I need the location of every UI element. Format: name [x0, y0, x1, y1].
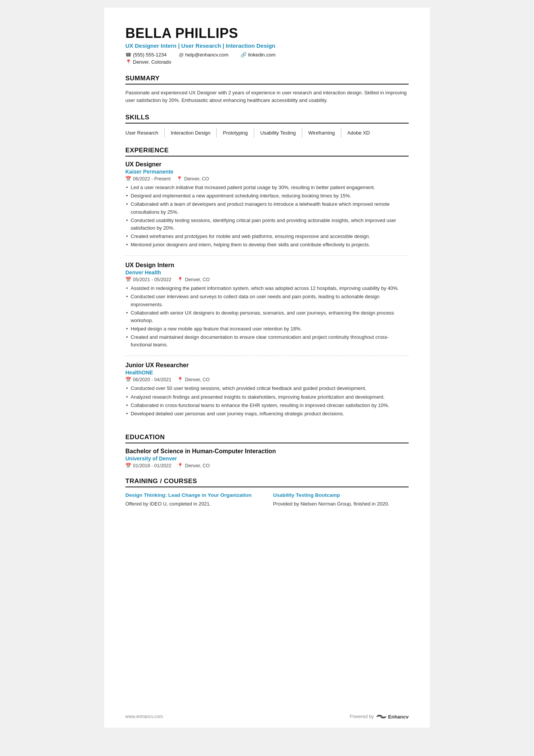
- bullet-item: Created and maintained design documentat…: [125, 333, 409, 349]
- bullet-item: Developed detailed user personas and use…: [125, 410, 409, 418]
- location-icon-3: 📍: [177, 377, 183, 382]
- calendar-icon-edu: 📅: [125, 463, 131, 468]
- phone-value: (555) 555-1234: [133, 52, 167, 58]
- header: BELLA PHILLIPS UX Designer Intern | User…: [125, 26, 409, 66]
- email-value: help@enhancv.com: [185, 52, 228, 58]
- bullet-item: Created wireframes and prototypes for mo…: [125, 233, 409, 240]
- bullet-item: Collaborated in cross-functional teams t…: [125, 402, 409, 409]
- enhancv-icon: [376, 713, 387, 720]
- edu-date-1: 📅 01/2018 - 01/2022: [125, 463, 171, 468]
- bullet-item: Collaborated with senior UX designers to…: [125, 309, 409, 324]
- skill-usability-testing: Usability Testing: [260, 128, 302, 138]
- job-bullets-2: Assisted in redesigning the patient info…: [125, 285, 409, 349]
- bullet-item: Conducted over 50 user testing sessions,…: [125, 385, 409, 392]
- job-block-healthone: Junior UX Researcher HealthONE 📅 06/2020…: [125, 362, 409, 424]
- enhancv-brand-name: Enhancv: [388, 714, 409, 720]
- training-desc-1: Offered by IDEO U, completed in 2021.: [125, 500, 261, 508]
- edu-location-1: 📍 Denver, CO: [177, 463, 209, 468]
- location-value: Denver, Colorado: [133, 59, 171, 65]
- email-icon: @: [179, 52, 184, 58]
- bullet-item: Collaborated with a team of developers a…: [125, 200, 409, 216]
- job-bullets-1: Led a user research initiative that incr…: [125, 184, 409, 249]
- experience-section-title: EXPERIENCE: [125, 147, 409, 157]
- skills-section: SKILLS User Research Interaction Design …: [125, 114, 409, 138]
- skill-prototyping: Prototyping: [223, 128, 254, 138]
- job-location-1: 📍 Denver, CO: [176, 176, 209, 182]
- job-location-3: 📍 Denver, CO: [177, 377, 209, 382]
- bullet-item: Analyzed research findings and presented…: [125, 393, 409, 401]
- job-date-2: 📅 05/2021 - 05/2022: [125, 277, 171, 282]
- contact-row-1: ☎ (555) 555-1234 @ help@enhancv.com 🔗 li…: [125, 52, 409, 58]
- email-contact: @ help@enhancv.com: [179, 52, 228, 58]
- summary-section: SUMMARY Passionate and experienced UX De…: [125, 75, 409, 105]
- bullet-item: Conducted usability testing sessions, id…: [125, 217, 409, 232]
- training-section: TRAINING / COURSES Design Thinking: Lead…: [125, 477, 409, 507]
- link-icon: 🔗: [240, 52, 247, 58]
- job-company-1: Kaiser Permanente: [125, 169, 409, 175]
- skills-section-title: SKILLS: [125, 114, 409, 124]
- job-title-3: Junior UX Researcher: [125, 362, 409, 369]
- skill-interaction-design: Interaction Design: [171, 128, 217, 138]
- job-date-1: 📅 06/2022 - Present: [125, 176, 170, 182]
- summary-section-title: SUMMARY: [125, 75, 409, 85]
- linkedin-value: linkedin.com: [248, 52, 275, 58]
- footer-brand: Powered by Enhancv: [350, 713, 409, 720]
- job-meta-2: 📅 05/2021 - 05/2022 📍 Denver, CO: [125, 277, 409, 282]
- location-icon: 📍: [125, 59, 131, 65]
- edu-block-1: Bachelor of Science in Human-Computer In…: [125, 448, 409, 468]
- calendar-icon-3: 📅: [125, 377, 131, 382]
- phone-icon: ☎: [125, 52, 131, 58]
- summary-text: Passionate and experienced UX Designer w…: [125, 89, 409, 105]
- job-title-2: UX Design Intern: [125, 262, 409, 269]
- footer-website: www.enhancv.com: [125, 714, 163, 719]
- skill-wireframing: Wireframing: [308, 128, 341, 138]
- training-title-2: Usability Testing Bootcamp: [273, 492, 409, 499]
- footer: www.enhancv.com Powered by Enhancv: [125, 713, 409, 720]
- training-grid: Design Thinking: Lead Change in Your Org…: [125, 492, 409, 507]
- education-section-title: EDUCATION: [125, 434, 409, 443]
- location-icon-1: 📍: [176, 176, 183, 182]
- powered-by-text: Powered by: [350, 714, 373, 719]
- contact-row-2: 📍 Denver, Colorado: [125, 59, 409, 66]
- bullet-item: Helped design a new mobile app feature t…: [125, 325, 409, 333]
- training-title-1: Design Thinking: Lead Change in Your Org…: [125, 492, 261, 499]
- calendar-icon-2: 📅: [125, 277, 131, 282]
- phone-contact: ☎ (555) 555-1234: [125, 52, 167, 58]
- education-section: EDUCATION Bachelor of Science in Human-C…: [125, 434, 409, 468]
- job-title-1: UX Designer: [125, 161, 409, 168]
- job-block-kaiser: UX Designer Kaiser Permanente 📅 06/2022 …: [125, 161, 409, 256]
- training-item-1: Design Thinking: Lead Change in Your Org…: [125, 492, 261, 507]
- skill-adobe-xd: Adobe XD: [347, 128, 376, 138]
- candidate-name: BELLA PHILLIPS: [125, 26, 409, 41]
- edu-school-1: University of Denver: [125, 455, 409, 462]
- experience-section: EXPERIENCE UX Designer Kaiser Permanente…: [125, 147, 409, 424]
- resume-container: BELLA PHILLIPS UX Designer Intern | User…: [104, 8, 430, 728]
- job-company-3: HealthONE: [125, 369, 409, 376]
- location-contact: 📍 Denver, Colorado: [125, 59, 171, 65]
- training-section-title: TRAINING / COURSES: [125, 477, 409, 487]
- training-desc-2: Provided by Nielsen Norman Group, finish…: [273, 500, 409, 508]
- location-icon-edu: 📍: [177, 463, 183, 468]
- calendar-icon-1: 📅: [125, 176, 131, 182]
- job-block-denver-health: UX Design Intern Denver Health 📅 05/2021…: [125, 262, 409, 356]
- bullet-item: Designed and implemented a new appointme…: [125, 192, 409, 200]
- job-meta-1: 📅 06/2022 - Present 📍 Denver, CO: [125, 176, 409, 182]
- enhancv-logo: Enhancv: [376, 713, 409, 720]
- bullet-item: Conducted user interviews and surveys to…: [125, 293, 409, 308]
- edu-degree-1: Bachelor of Science in Human-Computer In…: [125, 448, 409, 455]
- bullet-item: Assisted in redesigning the patient info…: [125, 285, 409, 292]
- linkedin-contact[interactable]: 🔗 linkedin.com: [240, 52, 275, 58]
- location-icon-2: 📍: [177, 277, 183, 282]
- bullet-item: Mentored junior designers and intern, he…: [125, 241, 409, 249]
- job-location-2: 📍 Denver, CO: [177, 277, 209, 282]
- skill-user-research: User Research: [125, 128, 165, 138]
- edu-meta-1: 📅 01/2018 - 01/2022 📍 Denver, CO: [125, 463, 409, 468]
- job-meta-3: 📅 06/2020 - 04/2021 📍 Denver, CO: [125, 377, 409, 382]
- job-date-3: 📅 06/2020 - 04/2021: [125, 377, 171, 382]
- bullet-item: Led a user research initiative that incr…: [125, 184, 409, 191]
- candidate-title: UX Designer Intern | User Research | Int…: [125, 42, 409, 49]
- training-item-2: Usability Testing Bootcamp Provided by N…: [273, 492, 409, 507]
- skills-row: User Research Interaction Design Prototy…: [125, 128, 409, 138]
- job-company-2: Denver Health: [125, 269, 409, 275]
- job-bullets-3: Conducted over 50 user testing sessions,…: [125, 385, 409, 418]
